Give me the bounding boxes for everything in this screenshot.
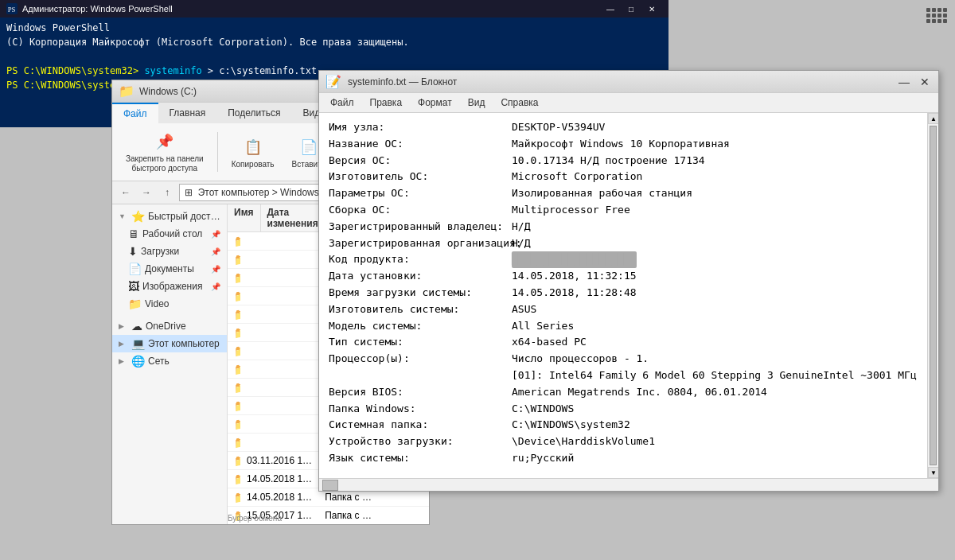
menu-view[interactable]: Вид [460,95,493,111]
file-icon: 📁 [234,381,240,394]
file-name: 📁 Program Files [228,269,240,286]
grid-dot [937,14,941,18]
explorer-folder-icon: 📁 [119,84,134,99]
clipboard-group-label: Буфер обмена [228,514,282,523]
sidebar-item-documents[interactable]: 📄 Документы 📌 [112,260,227,278]
file-type: Папка с файлами [318,489,385,505]
grid-dot [926,19,930,23]
info-label: Устройство загрузки: [329,434,512,450]
sidebar-item-quickaccess[interactable]: ▼ ⭐ Быстрый доступ [112,208,227,225]
info-value: ru;Русский [512,450,574,467]
ribbon-tab-share[interactable]: Поделиться [216,103,291,123]
info-value: [01]: Intel64 Family 6 Model 60 Stepping… [512,368,917,384]
file-date [240,312,318,317]
notepad-content: Имя узла:DESKTOP-V5394UVНазвание ОС:Майк… [319,113,938,478]
sidebar-item-desktop[interactable]: 🖥 Рабочий стол 📌 [112,225,227,243]
scroll-up-arrow[interactable]: ▲ [928,113,938,124]
file-date [240,257,318,262]
file-name: 📁 rsync-backu... [228,360,240,378]
notepad-window-controls: — ✕ [894,72,935,92]
file-icon: 📁 [234,363,240,375]
sidebar-item-video[interactable]: 📁 Video [112,295,227,313]
notepad-window: 📝 systeminfo.txt — Блокнот — ✕ Файл Прав… [318,70,939,492]
sidebar-item-network[interactable]: ▶ 🌐 Сеть [112,352,227,370]
info-label: Код продукта: [329,251,512,268]
ribbon-tab-home[interactable]: Главная [158,103,217,123]
info-value: American Megatrends Inc. 0804, 06.01.201… [512,384,767,401]
file-icon: 📁 [234,418,240,430]
quickaccess-icon: ⭐ [131,210,145,223]
downloads-label: Загрузки [141,246,179,257]
notepad-title: systeminfo.txt — Блокнот [348,76,457,88]
file-date: 14.05.2018 11:31 [240,471,318,487]
ribbon-pin-btn[interactable]: 📌 Закрепить на панелибыстрого доступа [119,126,211,177]
grid-icon[interactable] [926,8,947,23]
notepad-text-area[interactable]: Имя узла:DESKTOP-V5394UVНазвание ОС:Майк… [319,113,927,478]
info-label: Дата установки: [329,268,512,285]
notepad-scrollbar[interactable]: ▲ ▼ [927,113,938,478]
notepad-app-icon: 📝 [325,74,341,89]
file-date [240,294,318,298]
nav-up-btn[interactable]: ↑ [158,184,176,201]
sidebar-item-onedrive[interactable]: ▶ ☁ OneDrive [112,317,227,335]
nav-forward-btn[interactable]: → [138,184,155,201]
ribbon-copy-btn[interactable]: 📋 Копировать [224,132,282,173]
info-value: Microsoft Corporation [512,169,642,185]
file-icon: 📁 [234,454,240,467]
ps-icon: PS [6,3,18,14]
file-icon: 📁 [234,326,240,339]
notepad-minimize-btn[interactable]: — [894,72,914,92]
scroll-thumb[interactable] [930,126,937,465]
file-type: Папка с файлами [318,508,385,523]
svg-text:PS: PS [8,6,16,14]
info-value: ASUS [512,301,536,318]
menu-edit[interactable]: Правка [362,95,411,111]
ribbon-tab-file[interactable]: Файл [112,103,158,123]
onedrive-icon: ☁ [131,320,142,332]
sidebar-item-images[interactable]: 🖼 Изображения 📌 [112,278,227,295]
notepad-titlebar-left: 📝 systeminfo.txt — Блокнот [325,74,457,89]
info-value: All Series [512,318,574,335]
file-icon: 📁 [234,235,240,247]
menu-file[interactable]: Файл [322,95,362,111]
sidebar-item-downloads[interactable]: ⬇ Загрузки 📌 [112,243,227,260]
desktop-label: Рабочий стол [142,228,202,239]
info-label: Процессор(ы): [329,351,512,368]
hscroll-thumb[interactable] [322,480,338,491]
info-label: Название ОС: [329,136,512,153]
menu-format[interactable]: Формат [410,95,460,111]
images-label: Изображения [142,281,202,292]
info-value: DESKTOP-V5394UV [512,119,605,136]
menu-help[interactable]: Справка [493,95,546,111]
file-name: 📁 Test Soft [228,415,240,433]
grid-dot [926,14,930,18]
notepad-close-btn[interactable]: ✕ [914,72,935,92]
ps-minimize-btn[interactable]: — [600,0,621,18]
ps-close-btn[interactable]: ✕ [641,0,662,18]
images-icon: 🖼 [128,280,139,293]
file-icon: 📁 [234,290,240,302]
sidebar-item-thispc[interactable]: ▶ 💻 Этот компьютер [112,335,227,352]
ps-prompt: PS C:\WINDOWS\system32> [6,65,144,76]
info-value: C:\WINDOWS [512,401,574,418]
file-icon: 📁 [234,253,240,266]
info-label: Параметры ОС: [329,185,512,202]
col-date[interactable]: Дата изменения [261,204,325,231]
onedrive-expand: ▶ [119,322,128,330]
scroll-down-arrow[interactable]: ▼ [928,467,938,478]
grid-dot [932,14,936,18]
info-label: Изготовитель ОС: [329,169,512,185]
ps-line-3 [6,49,662,64]
file-icon: 📁 [234,271,240,284]
ps-maximize-btn[interactable]: □ [621,0,641,18]
file-date: 14.05.2018 11:32 [240,489,318,505]
nav-back-btn[interactable]: ← [117,184,134,201]
grid-dot [932,8,936,12]
file-size [385,513,429,518]
col-name[interactable]: Имя [228,204,261,231]
info-label: Папка Windows: [329,401,512,418]
pin-mark3: 📌 [211,265,220,274]
file-name: 📁 RepairDisk [228,342,240,360]
file-date [240,440,318,445]
ps-line-2: (С) Корпорация Майкрософт (Microsoft Cor… [6,35,662,49]
